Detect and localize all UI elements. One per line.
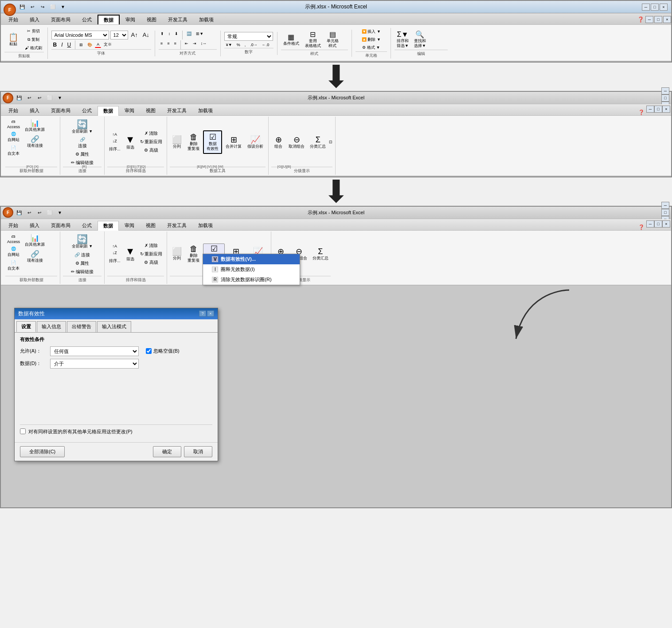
- group-btn-2[interactable]: ⊕ 组合: [271, 134, 285, 150]
- cut-btn-1[interactable]: ✂ 剪切: [23, 27, 44, 35]
- extra-qat-2[interactable]: ⬜: [45, 94, 54, 102]
- dialog-tab-error-alert[interactable]: 出错警告: [67, 321, 96, 332]
- refresh-all-3[interactable]: 🔄 全部刷新 ▼: [63, 233, 102, 250]
- shrink-font-1[interactable]: A↓: [141, 31, 151, 39]
- split-col-2[interactable]: ⬜ 分列: [170, 134, 184, 150]
- reapply-3[interactable]: ↻ 重新应用: [138, 250, 164, 258]
- rclose-3[interactable]: ×: [662, 220, 670, 228]
- sort-asc-3[interactable]: ↑A: [107, 243, 122, 249]
- filter-btn-3[interactable]: ▼ 筛选: [123, 245, 137, 263]
- tab-insert-2[interactable]: 插入: [24, 106, 45, 115]
- sort-asc-2[interactable]: ↑A: [107, 131, 122, 137]
- tab-addins-3[interactable]: 加载项: [192, 220, 219, 230]
- text-btn-2[interactable]: 📄自文本: [5, 145, 22, 157]
- office-logo-2[interactable]: F: [3, 93, 13, 103]
- delete-cell-1[interactable]: 🔼 删除 ▼: [356, 36, 387, 43]
- font-color-1[interactable]: A: [95, 41, 101, 48]
- existing-conn-2[interactable]: 🔗 现有连接: [23, 134, 47, 149]
- number-format-1[interactable]: 常规: [224, 32, 273, 41]
- tab-view-3[interactable]: 视图: [140, 220, 161, 230]
- tab-data-3[interactable]: 数据: [98, 221, 119, 231]
- sum-btn-1[interactable]: Σ▼ 排序和筛选▼: [395, 30, 411, 50]
- tab-insert-3[interactable]: 插入: [24, 220, 45, 230]
- tab-data-2[interactable]: 数据: [98, 106, 119, 116]
- dialog-tab-settings[interactable]: 设置: [16, 321, 36, 332]
- web-btn-3[interactable]: 🌐自网站: [5, 246, 22, 259]
- merge-1[interactable]: ⊞▼: [194, 31, 205, 39]
- tab-review-3[interactable]: 审阅: [119, 220, 140, 230]
- center-align-1[interactable]: ≡: [165, 40, 171, 49]
- dropdown-item-circle[interactable]: I 圈释无效数据(I): [203, 264, 300, 275]
- conditional-format-1[interactable]: ▦ 条件格式: [281, 32, 301, 47]
- maximize-btn-1[interactable]: □: [651, 4, 659, 11]
- format-cell-1[interactable]: ⚙ 格式 ▼: [356, 44, 387, 51]
- tab-page-1[interactable]: 页面布局: [45, 15, 76, 24]
- access-btn-2[interactable]: 🗃Access: [5, 118, 22, 130]
- connect-btn-2[interactable]: 🔗连接: [63, 136, 102, 150]
- office-logo-1[interactable]: F: [4, 4, 16, 16]
- insert-cell-1[interactable]: 🔽 插入 ▼: [356, 28, 387, 35]
- web-btn-2[interactable]: 🌐自网站: [5, 131, 22, 144]
- tab-addins-1[interactable]: 加载项: [193, 15, 219, 24]
- clear-filter-3[interactable]: ✗ 清除: [138, 242, 164, 250]
- tab-page-2[interactable]: 页面布局: [45, 106, 76, 115]
- tab-review-1[interactable]: 审阅: [120, 15, 141, 24]
- tab-start-1[interactable]: 开始: [3, 15, 24, 24]
- what-if-2[interactable]: 📈 假设分析: [245, 134, 266, 150]
- remove-dup-2[interactable]: 🗑 删除重复项: [185, 132, 202, 153]
- ribbon-close-1[interactable]: ×: [663, 16, 671, 23]
- qat-redo-1[interactable]: ↪: [38, 3, 47, 11]
- font-size-1[interactable]: 12: [110, 31, 128, 39]
- rmin-2[interactable]: ─: [646, 106, 654, 113]
- allow-select[interactable]: 任何值 整数 小数 序列 日期 时间 文本长度 自定义: [50, 346, 139, 356]
- dropdown-item-validity[interactable]: V 数据有效性(V)...: [203, 254, 300, 264]
- props-btn-3[interactable]: ⚙ 属性: [63, 259, 102, 267]
- ungroup-btn-2[interactable]: ⊖ 取消组合: [286, 134, 307, 150]
- dec-dec-1[interactable]: ←.0: [260, 42, 271, 48]
- tab-formula-1[interactable]: 公式: [76, 15, 98, 24]
- format-painter-1[interactable]: 🖌 格式刷: [23, 44, 44, 52]
- undo-qat-3[interactable]: ↩: [25, 208, 34, 216]
- split-col-3[interactable]: ⬜ 分列: [170, 246, 184, 262]
- border-btn-1[interactable]: ⊞: [78, 42, 85, 48]
- other-src-btn-3[interactable]: 📊 自其他来源: [23, 233, 47, 248]
- existing-conn-3[interactable]: 🔗 现有连接: [23, 249, 47, 264]
- copy-btn-1[interactable]: ⧉ 复制: [23, 36, 44, 43]
- right-align-1[interactable]: ≡: [172, 40, 178, 49]
- dialog-tab-input-info[interactable]: 输入信息: [37, 321, 66, 332]
- tab-addins-2[interactable]: 加载项: [192, 106, 219, 115]
- text-dir-1[interactable]: ↕↔: [199, 40, 209, 49]
- ribbon-restore-1[interactable]: □: [654, 16, 662, 23]
- dec-inc-1[interactable]: .0→: [248, 42, 259, 48]
- dialog-tab-input-mode[interactable]: 输入法模式: [97, 321, 131, 332]
- data-select[interactable]: 介于 不介于 等于 不等于 大于 小于 大于或等于 小于或等于: [50, 359, 139, 369]
- italic-1[interactable]: I: [59, 41, 64, 49]
- reapply-2[interactable]: ↻ 重新应用: [138, 138, 164, 146]
- align-bot-1[interactable]: ⬇: [173, 31, 180, 39]
- comma-1[interactable]: ,: [243, 42, 248, 48]
- outline-extra-2[interactable]: ⊡: [329, 140, 332, 144]
- help-2[interactable]: ❓: [638, 110, 645, 115]
- remove-dup-3[interactable]: 🗑 删除重复项: [185, 243, 202, 264]
- more-qat-2[interactable]: ▼: [55, 94, 64, 102]
- fill-color-1[interactable]: 🎨: [86, 42, 94, 48]
- max-btn-3[interactable]: □: [661, 209, 669, 216]
- cancel-btn[interactable]: 取消: [184, 446, 212, 457]
- tab-start-3[interactable]: 开始: [3, 220, 24, 230]
- special-chars-1[interactable]: 文※: [102, 41, 113, 48]
- underline-1[interactable]: U: [66, 41, 73, 49]
- sort-desc-3[interactable]: ↓Z: [107, 250, 122, 256]
- wrap-text-1[interactable]: 🔤: [185, 31, 193, 39]
- rmax-3[interactable]: □: [654, 220, 662, 228]
- merge-calc-2[interactable]: ⊞ 合并计算: [223, 134, 244, 150]
- ignore-blank-checkbox[interactable]: [146, 348, 152, 354]
- apply-all-checkbox[interactable]: [20, 428, 26, 434]
- left-align-1[interactable]: ≡: [159, 40, 164, 49]
- paste-btn-1[interactable]: 📋 粘贴: [4, 32, 22, 48]
- tab-review-2[interactable]: 审阅: [119, 106, 140, 115]
- sort-btn-3[interactable]: 排序...: [107, 257, 122, 265]
- save-qat-2[interactable]: 💾: [15, 94, 23, 102]
- qat-save-1[interactable]: 💾: [18, 3, 27, 11]
- qat-extra-1[interactable]: ▼: [59, 3, 67, 11]
- connect-btn-3[interactable]: 🔗 连接: [63, 251, 102, 259]
